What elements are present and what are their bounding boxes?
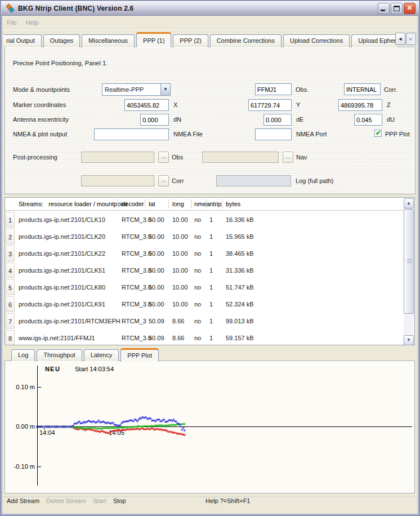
cell-nmea: no [194, 211, 201, 228]
tab-ppp-plot[interactable]: PPP Plot [120, 348, 159, 362]
postproc-obs-label: Obs [172, 154, 183, 161]
tab-ppp-2[interactable]: PPP (2) [173, 34, 208, 47]
nmea-port-field[interactable] [255, 128, 292, 140]
tab-scroll-left-icon[interactable]: ◄ [395, 33, 405, 45]
row-number[interactable]: 2 [6, 229, 15, 244]
row-number[interactable]: 5 [6, 279, 15, 295]
antenna-dn-field[interactable] [140, 114, 169, 126]
cell-long: 10.00 [172, 262, 188, 279]
tab-miscellaneous[interactable]: Miscellaneous [82, 34, 135, 47]
cell-bytes: 59.157 kB [226, 330, 254, 345]
close-button[interactable]: ✕ [404, 3, 415, 14]
antenna-de-field[interactable] [263, 114, 292, 126]
stream-row[interactable]: 4products.igs-ip.net:2101/CLK51RTCM_3.05… [5, 262, 404, 279]
cell-long: 8.66 [172, 330, 184, 345]
cell-ntrip: 1 [209, 262, 213, 279]
postproc-log-label: Log (full path) [296, 177, 333, 184]
marker-z-field[interactable] [338, 99, 382, 111]
table-scrollbar[interactable]: ▲ ▼ [404, 198, 414, 345]
tab-upload-corrections[interactable]: Upload Corrections [283, 34, 350, 47]
scrollbar-thumb[interactable] [404, 209, 414, 314]
row-number[interactable]: 4 [6, 263, 15, 278]
stream-row[interactable]: 6products.igs-ip.net:2101/CLK91RTCM_3.05… [5, 296, 404, 313]
postproc-nav-field[interactable] [202, 152, 279, 163]
scroll-down-icon[interactable]: ▼ [404, 335, 414, 345]
tab-latency[interactable]: Latency [84, 349, 119, 361]
stream-row[interactable]: 5products.igs-ip.net:2101/CLK80RTCM_3.05… [5, 279, 404, 296]
tab-scroll-right-icon[interactable]: ► [406, 33, 416, 45]
cell-ntrip: 1 [209, 228, 213, 245]
tab-upload-ephemeris[interactable]: Upload Ephemeris [351, 34, 397, 47]
row-number[interactable]: 3 [6, 246, 15, 261]
row-number[interactable]: 1 [6, 212, 15, 228]
col-mountpoint: Streams: resource loader / mountpoint [19, 198, 127, 210]
col-ntrip: ntrip [209, 198, 221, 210]
ppp-plot-label: PPP Plot [385, 131, 410, 137]
marker-y-field[interactable] [248, 99, 292, 111]
antenna-dn-label: dN [173, 116, 181, 123]
stream-row[interactable]: 3products.igs-ip.net:2101/CLK22RTCM_3.05… [5, 245, 404, 262]
cell-bytes: 16.336 kB [226, 211, 254, 228]
cell-nmea: no [194, 262, 201, 279]
chevron-down-icon[interactable]: ▼ [160, 84, 170, 95]
help-hint: Help ?=Shift+F1 [205, 497, 251, 504]
tab-log[interactable]: Log [11, 349, 35, 361]
tab-combine-corrections[interactable]: Combine Corrections [210, 34, 282, 47]
stop-button[interactable]: Stop [113, 497, 126, 504]
add-stream-button[interactable]: Add Stream [7, 497, 39, 504]
cell-lat: 50.09 [149, 313, 164, 330]
cell-lat: 50.00 [149, 262, 164, 279]
scroll-up-icon[interactable]: ▲ [404, 198, 414, 208]
marker-y-label: Y [296, 101, 300, 108]
obs-mountpoint-field[interactable] [255, 83, 292, 95]
postproc-log-field[interactable] [216, 175, 291, 186]
postproc-obs-browse-button[interactable]: ... [158, 152, 169, 163]
marker-x-field[interactable] [124, 99, 169, 111]
cell-mountpoint: products.igs-ip.net:2101/CLK20 [19, 228, 105, 245]
antenna-du-label: dU [387, 116, 395, 123]
delete-stream-button[interactable]: Delete Stream [46, 497, 86, 504]
stream-row[interactable]: 8www.igs-ip.net:2101/FFMJ1RTCM_3.050.098… [5, 330, 404, 345]
start-button[interactable]: Start [93, 497, 106, 504]
row-number[interactable]: 7 [6, 313, 15, 329]
window-title: BKG Ntrip Client (BNC) Version 2.6 [18, 5, 134, 12]
minimize-button[interactable] [378, 3, 390, 14]
cell-bytes: 51.747 kB [226, 279, 254, 296]
stream-row[interactable]: 2products.igs-ip.net:2101/CLK20RTCM_3.05… [5, 228, 404, 245]
nmea-file-field[interactable] [94, 128, 169, 140]
ppp-plot-checkbox[interactable] [374, 130, 382, 137]
postproc-corr-field[interactable] [81, 175, 154, 186]
cell-decoder: RTCM_3.0 [122, 296, 151, 313]
menu-help[interactable]: Help [21, 18, 43, 27]
app-icon [5, 3, 15, 14]
tab-outages[interactable]: Outages [43, 34, 81, 47]
maximize-button[interactable] [391, 3, 403, 14]
mode-label: Mode & mountpoints [13, 86, 70, 93]
antenna-du-field[interactable] [354, 114, 382, 126]
menu-file[interactable]: File [2, 18, 21, 27]
postproc-corr-label: Corr [172, 177, 184, 184]
cell-bytes: 31.336 kB [226, 262, 254, 279]
cell-mountpoint: www.igs-ip.net:2101/FFMJ1 [19, 330, 95, 345]
x-tick-1404: 14:04 [39, 429, 55, 436]
postproc-obs-field[interactable] [81, 152, 154, 163]
tab-serial-output[interactable]: rial Output [3, 34, 42, 47]
mode-combobox[interactable]: Realtime-PPP ▼ [102, 83, 171, 96]
title-bar[interactable]: BKG Ntrip Client (BNC) Version 2.6 ✕ [1, 1, 419, 16]
corr-mountpoint-field[interactable] [344, 83, 381, 95]
row-number[interactable]: 8 [6, 330, 15, 345]
postproc-corr-browse-button[interactable]: ... [158, 175, 169, 186]
cell-decoder: RTCM_3 [122, 313, 146, 330]
tab-ppp-1[interactable]: PPP (1) [136, 32, 171, 47]
config-tab-strip: rial Output Outages Miscellaneous PPP (1… [3, 31, 397, 47]
cell-decoder: RTCM_3.0 [122, 228, 151, 245]
postproc-nav-label: Nav [296, 154, 307, 161]
postproc-nav-browse-button[interactable]: ... [283, 152, 293, 163]
stream-row[interactable]: 7products.igs-ip.net:2101/RTCM3EPHRTCM_3… [5, 313, 404, 330]
stream-row[interactable]: 1products.igs-ip.net:2101/CLK10RTCM_3.05… [5, 211, 404, 228]
cell-lat: 50.00 [149, 296, 164, 313]
tab-throughput[interactable]: Throughput [37, 349, 82, 361]
row-number[interactable]: 6 [6, 296, 15, 312]
col-lat: lat [149, 198, 155, 210]
cell-ntrip: 1 [209, 330, 213, 345]
